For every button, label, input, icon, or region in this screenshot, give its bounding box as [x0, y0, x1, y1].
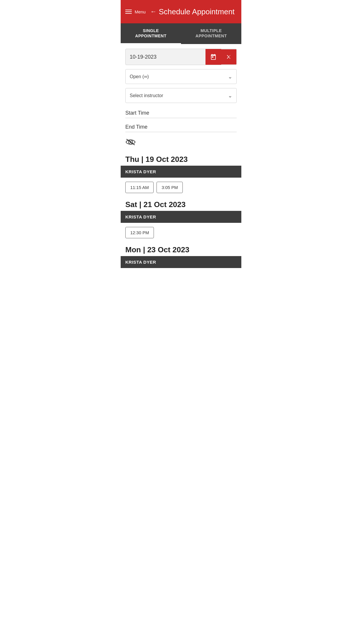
form-area: Open (∞) ⌄ Select instructor ⌄ Start Tim…	[121, 44, 241, 152]
calendar-icon	[210, 54, 217, 60]
end-time-section: End Time	[125, 121, 237, 132]
date-heading-sat: Sat | 21 Oct 2023	[121, 197, 241, 211]
time-slot[interactable]: 12:30 PM	[125, 227, 154, 238]
end-time-label: End Time	[125, 121, 237, 132]
calendar-button[interactable]	[205, 49, 221, 65]
start-time-section: Start Time	[125, 107, 237, 118]
time-slots-mon	[121, 268, 241, 276]
instructor-banner-sat: KRISTA DYER	[121, 211, 241, 223]
eye-row	[125, 135, 237, 147]
header: Menu ← Schedule Appointment	[121, 0, 241, 23]
instructor-banner-thu: KRISTA DYER	[121, 166, 241, 178]
start-time-label: Start Time	[125, 107, 237, 118]
instructor-banner-mon: KRISTA DYER	[121, 256, 241, 268]
instructor-select[interactable]: Select instructor	[126, 88, 236, 103]
header-left: Menu ←	[125, 8, 157, 15]
end-time-divider	[125, 132, 237, 132]
date-input[interactable]	[126, 49, 205, 65]
slot-type-select[interactable]: Open (∞)	[126, 69, 236, 84]
time-slots-sat: 12:30 PM	[121, 223, 241, 242]
date-heading-thu: Thu | 19 Oct 2023	[121, 152, 241, 166]
time-slots-thu: 11:15 AM 3:05 PM	[121, 178, 241, 197]
bottom-spacer	[121, 276, 241, 285]
slot-type-dropdown[interactable]: Open (∞) ⌄	[125, 69, 237, 84]
instructor-dropdown[interactable]: Select instructor ⌄	[125, 88, 237, 103]
back-button[interactable]: ←	[150, 8, 157, 15]
date-heading-mon: Mon | 23 Oct 2023	[121, 242, 241, 256]
schedule-list: Thu | 19 Oct 2023 KRISTA DYER 11:15 AM 3…	[121, 152, 241, 276]
time-slot[interactable]: 3:05 PM	[157, 182, 183, 193]
start-time-divider	[125, 118, 237, 118]
close-icon	[226, 54, 232, 60]
tab-multiple-appointment[interactable]: MULTIPLEAPPOINTMENT	[181, 23, 241, 44]
page-title: Schedule Appointment	[157, 7, 237, 16]
eye-hidden-icon	[125, 138, 136, 146]
clear-date-button[interactable]	[221, 49, 236, 64]
tab-bar: SINGLEAPPOINTMENT MULTIPLEAPPOINTMENT	[121, 23, 241, 44]
menu-icon[interactable]	[125, 10, 132, 14]
tab-single-appointment[interactable]: SINGLEAPPOINTMENT	[121, 23, 181, 44]
time-slot[interactable]: 11:15 AM	[125, 182, 154, 193]
date-row	[125, 49, 237, 65]
menu-label[interactable]: Menu	[135, 9, 146, 14]
